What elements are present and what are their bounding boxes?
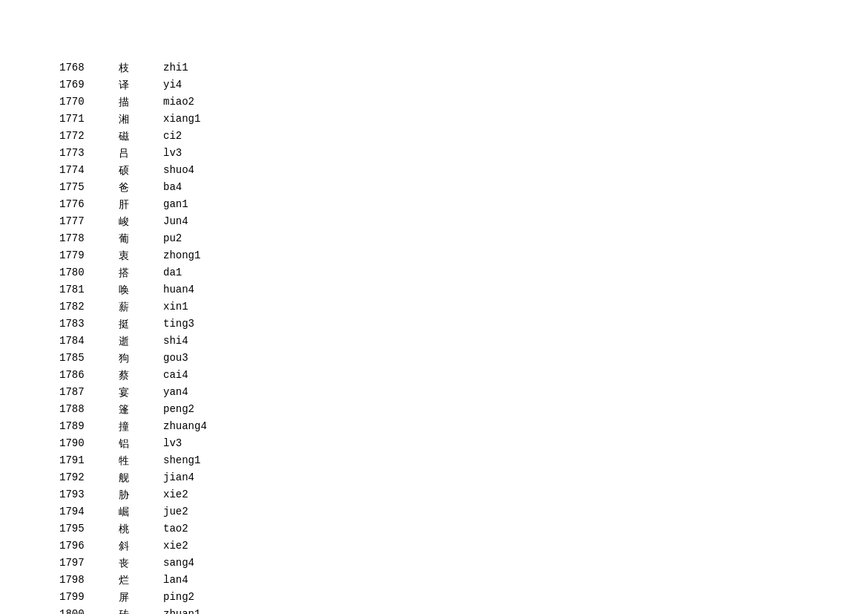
row-number: 1800: [59, 606, 119, 614]
row-pinyin: yan4: [163, 384, 237, 401]
row-pinyin: zhuang4: [163, 418, 237, 435]
table-row: 1797丧sang4: [59, 555, 237, 572]
row-number: 1772: [59, 128, 119, 145]
row-character: 衷: [119, 247, 163, 264]
row-character: 崛: [119, 503, 163, 520]
character-table: 1768枝zhi11769译yi41770描miao21771湘xiang117…: [59, 59, 237, 614]
table-row: 1782薪xin1: [59, 298, 237, 316]
table-row: 1769译yi4: [59, 76, 237, 94]
row-number: 1780: [59, 264, 119, 281]
row-number: 1778: [59, 230, 119, 247]
table-row: 1800砖zhuan1: [59, 606, 237, 614]
row-pinyin: xie2: [163, 486, 237, 503]
row-character: 肝: [119, 196, 163, 213]
row-pinyin: zhi1: [163, 59, 237, 76]
main-container: 1768枝zhi11769译yi41770描miao21771湘xiang117…: [0, 0, 868, 614]
table-row: 1786蔡cai4: [59, 367, 237, 384]
row-number: 1796: [59, 538, 119, 555]
row-character: 峻: [119, 213, 163, 230]
row-number: 1794: [59, 503, 119, 520]
table-row: 1776肝gan1: [59, 196, 237, 213]
row-number: 1786: [59, 367, 119, 384]
row-character: 葡: [119, 230, 163, 247]
row-character: 译: [119, 76, 163, 94]
table-row: 1799屏ping2: [59, 589, 237, 606]
row-pinyin: ping2: [163, 589, 237, 606]
row-pinyin: shi4: [163, 333, 237, 350]
table-row: 1778葡pu2: [59, 230, 237, 247]
row-number: 1768: [59, 59, 119, 76]
table-row: 1779衷zhong1: [59, 247, 237, 264]
row-character: 撞: [119, 418, 163, 435]
table-row: 1771湘xiang1: [59, 111, 237, 128]
row-number: 1783: [59, 316, 119, 333]
row-number: 1769: [59, 76, 119, 94]
row-pinyin: xin1: [163, 298, 237, 316]
table-row: 1772磁ci2: [59, 128, 237, 145]
row-character: 湘: [119, 111, 163, 128]
row-character: 薪: [119, 298, 163, 316]
table-row: 1793胁xie2: [59, 486, 237, 503]
row-character: 硕: [119, 162, 163, 179]
table-row: 1791牲sheng1: [59, 452, 237, 469]
row-number: 1787: [59, 384, 119, 401]
row-character: 烂: [119, 572, 163, 589]
row-character: 吕: [119, 145, 163, 162]
row-pinyin: pu2: [163, 230, 237, 247]
row-pinyin: ci2: [163, 128, 237, 145]
row-character: 胁: [119, 486, 163, 503]
row-pinyin: jue2: [163, 503, 237, 520]
row-pinyin: jian4: [163, 469, 237, 486]
row-number: 1771: [59, 111, 119, 128]
row-character: 宴: [119, 384, 163, 401]
table-row: 1795桃tao2: [59, 520, 237, 538]
table-row: 1796斜xie2: [59, 538, 237, 555]
row-number: 1792: [59, 469, 119, 486]
table-row: 1794崛jue2: [59, 503, 237, 520]
row-pinyin: shuo4: [163, 162, 237, 179]
row-character: 篷: [119, 401, 163, 418]
table-row: 1768枝zhi1: [59, 59, 237, 76]
table-row: 1770描miao2: [59, 94, 237, 111]
row-number: 1791: [59, 452, 119, 469]
table-row: 1785狗gou3: [59, 350, 237, 367]
row-pinyin: huan4: [163, 281, 237, 298]
table-row: 1780搭da1: [59, 264, 237, 281]
table-row: 1783挺ting3: [59, 316, 237, 333]
row-number: 1777: [59, 213, 119, 230]
row-pinyin: zhong1: [163, 247, 237, 264]
row-pinyin: yi4: [163, 76, 237, 94]
row-pinyin: da1: [163, 264, 237, 281]
row-character: 唤: [119, 281, 163, 298]
row-pinyin: peng2: [163, 401, 237, 418]
table-row: 1781唤huan4: [59, 281, 237, 298]
row-number: 1798: [59, 572, 119, 589]
table-row: 1788篷peng2: [59, 401, 237, 418]
row-character: 逝: [119, 333, 163, 350]
row-pinyin: zhuan1: [163, 606, 237, 614]
row-number: 1775: [59, 179, 119, 196]
row-character: 斜: [119, 538, 163, 555]
table-row: 1773吕lv3: [59, 145, 237, 162]
row-character: 爸: [119, 179, 163, 196]
row-pinyin: miao2: [163, 94, 237, 111]
row-pinyin: Jun4: [163, 213, 237, 230]
table-row: 1792舰jian4: [59, 469, 237, 486]
row-pinyin: sang4: [163, 555, 237, 572]
row-number: 1797: [59, 555, 119, 572]
row-character: 砖: [119, 606, 163, 614]
row-character: 描: [119, 94, 163, 111]
row-number: 1795: [59, 520, 119, 538]
row-pinyin: sheng1: [163, 452, 237, 469]
table-row: 1784逝shi4: [59, 333, 237, 350]
row-number: 1790: [59, 435, 119, 452]
row-number: 1793: [59, 486, 119, 503]
row-pinyin: tao2: [163, 520, 237, 538]
table-row: 1798烂lan4: [59, 572, 237, 589]
row-character: 磁: [119, 128, 163, 145]
row-character: 蔡: [119, 367, 163, 384]
table-row: 1789撞zhuang4: [59, 418, 237, 435]
row-character: 枝: [119, 59, 163, 76]
row-number: 1789: [59, 418, 119, 435]
row-pinyin: lv3: [163, 145, 237, 162]
